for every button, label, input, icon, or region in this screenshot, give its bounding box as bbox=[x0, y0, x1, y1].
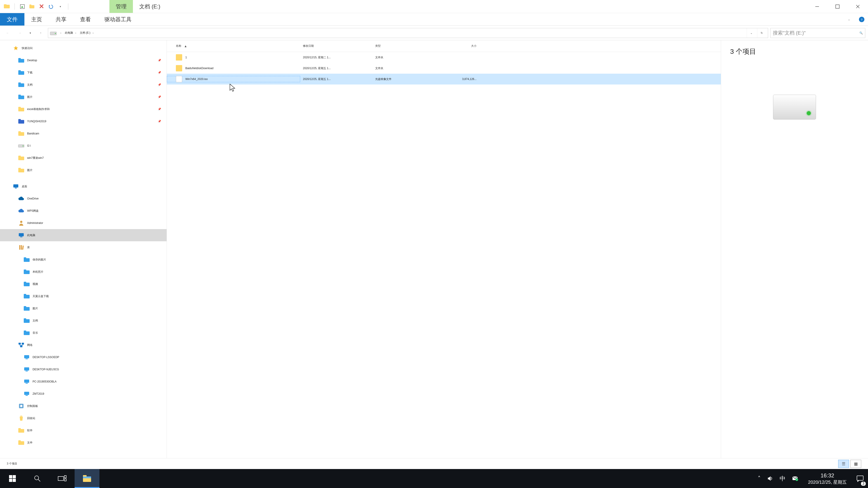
clock-date: 2020/12/25, 星期五 bbox=[808, 479, 847, 485]
taskbar-clock[interactable]: 16:32 2020/12/25, 星期五 bbox=[803, 472, 852, 485]
tree-item[interactable]: 视频 bbox=[0, 278, 166, 290]
qa-properties-icon[interactable] bbox=[19, 3, 26, 10]
file-row[interactable]: Win7x64_2020.iso2020/12/25, 星期五 1...光盘映像… bbox=[167, 74, 721, 85]
drive-icon bbox=[18, 144, 25, 148]
tree-item[interactable]: 图片 bbox=[0, 302, 166, 315]
tree-item[interactable]: 音乐 bbox=[0, 327, 166, 339]
tree-item-label: excel表格制作求和 bbox=[27, 107, 156, 111]
taskbar: ˄ 中 16:32 2020/12/25, 星期五 3 bbox=[0, 469, 868, 488]
column-headers: 名称▲ 修改日期 类型 大小 bbox=[167, 40, 721, 52]
pc-icon bbox=[23, 355, 30, 360]
tray-app-icon[interactable] bbox=[792, 475, 798, 482]
view-details-button[interactable]: ☰ bbox=[838, 460, 849, 468]
maximize-button[interactable] bbox=[827, 0, 848, 13]
tree-item[interactable]: 下载📌 bbox=[0, 66, 166, 78]
tree-item[interactable]: 软件 bbox=[0, 424, 166, 436]
svg-rect-87 bbox=[857, 476, 863, 480]
nav-recent-dropdown[interactable]: ▾ bbox=[27, 28, 33, 38]
refresh-button[interactable]: ↻ bbox=[757, 28, 766, 38]
tree-item[interactable]: OneDrive bbox=[0, 193, 166, 205]
svg-point-67 bbox=[20, 405, 22, 407]
column-type[interactable]: 类型 bbox=[373, 44, 434, 48]
sort-asc-icon: ▲ bbox=[184, 44, 187, 48]
svg-rect-76 bbox=[13, 479, 16, 482]
file-row[interactable]: BaiduNetdiskDownload2020/12/25, 星期五 1...… bbox=[167, 63, 721, 74]
tree-item[interactable]: ZMT2019 bbox=[0, 388, 166, 400]
breadcrumb[interactable]: 此电脑› bbox=[65, 31, 79, 35]
tree-item[interactable]: Desktop📌 bbox=[0, 54, 166, 66]
nav-up-button[interactable]: ↑ bbox=[36, 28, 46, 38]
address-history-dropdown[interactable]: ⌄ bbox=[747, 28, 756, 38]
close-button[interactable] bbox=[848, 0, 868, 13]
breadcrumb[interactable]: 文档 (E:)› bbox=[80, 31, 96, 35]
minimize-button[interactable] bbox=[807, 0, 827, 13]
ribbon-tab-drive-tools[interactable]: 驱动器工具 bbox=[98, 13, 138, 26]
separator bbox=[14, 3, 15, 10]
tray-overflow-icon[interactable]: ˄ bbox=[758, 475, 761, 482]
column-name[interactable]: 名称▲ bbox=[167, 44, 300, 48]
column-date[interactable]: 修改日期 bbox=[300, 44, 373, 48]
taskbar-search-button[interactable] bbox=[25, 469, 50, 488]
ribbon-tab-share[interactable]: 共享 bbox=[49, 13, 73, 26]
task-view-button[interactable] bbox=[50, 469, 74, 488]
tree-item[interactable]: 网络 bbox=[0, 339, 166, 351]
tree-item[interactable]: 本机照片 bbox=[0, 266, 166, 278]
qa-new-folder-icon[interactable] bbox=[29, 3, 35, 10]
search-input[interactable]: 搜索"文档 (E:)" 🔍 bbox=[770, 28, 865, 38]
tree-item[interactable]: Administrator bbox=[0, 217, 166, 229]
tree-item[interactable]: 文件 bbox=[0, 436, 166, 449]
tree-item[interactable]: 保存的图片 bbox=[0, 254, 166, 266]
tree-item[interactable]: 控制面板 bbox=[0, 400, 166, 412]
ribbon-context-tab[interactable]: 管理 bbox=[110, 0, 133, 13]
tree-item[interactable]: 回收站 bbox=[0, 412, 166, 424]
volume-icon[interactable] bbox=[767, 475, 773, 482]
tree-item[interactable]: Bandicam bbox=[0, 127, 166, 140]
tree-item[interactable]: 文档 bbox=[0, 315, 166, 327]
tree-item[interactable]: PC-20190530OBLA bbox=[0, 376, 166, 388]
svg-rect-22 bbox=[18, 107, 21, 108]
qa-delete-icon[interactable]: ✕ bbox=[38, 3, 44, 10]
nav-back-button[interactable]: ← bbox=[3, 28, 13, 38]
ribbon-tab-home[interactable]: 主页 bbox=[24, 13, 49, 26]
folder-icon bbox=[18, 428, 25, 433]
nav-forward-button[interactable]: → bbox=[15, 28, 25, 38]
start-button[interactable] bbox=[0, 469, 25, 488]
folder-icon bbox=[176, 65, 182, 71]
address-bar[interactable]: › 此电脑› 文档 (E:)› ⌄ ↻ bbox=[48, 28, 768, 38]
folder-icon bbox=[23, 306, 30, 311]
tree-item[interactable]: win7重装win7 bbox=[0, 152, 166, 164]
taskbar-app-file-explorer[interactable] bbox=[74, 469, 99, 488]
svg-rect-41 bbox=[24, 258, 30, 262]
svg-rect-39 bbox=[21, 245, 22, 250]
column-size[interactable]: 大小 bbox=[434, 44, 483, 48]
file-row[interactable]: 12020/12/15, 星期二 1...文件夹 bbox=[167, 52, 721, 63]
view-large-icons-button[interactable]: ▦ bbox=[850, 460, 861, 468]
ribbon-tab-file[interactable]: 文件 bbox=[0, 13, 24, 26]
tree-item[interactable]: 文档📌 bbox=[0, 78, 166, 91]
tree-item[interactable]: 图片📌 bbox=[0, 91, 166, 103]
tree-item[interactable]: DESKTOP-NJEU3CG bbox=[0, 363, 166, 376]
tree-item[interactable]: 桌面 bbox=[0, 180, 166, 193]
ime-indicator[interactable]: 中 bbox=[780, 475, 785, 483]
breadcrumb-chevron[interactable]: › bbox=[58, 31, 64, 35]
qa-undo-icon[interactable] bbox=[48, 3, 54, 10]
search-icon[interactable]: 🔍 bbox=[860, 31, 863, 35]
tree-item[interactable]: 此电脑 bbox=[0, 229, 166, 241]
tree-item[interactable]: WPS网盘 bbox=[0, 205, 166, 217]
ribbon-tab-view[interactable]: 查看 bbox=[73, 13, 98, 26]
svg-rect-62 bbox=[24, 380, 29, 383]
tree-item[interactable]: G:\ bbox=[0, 140, 166, 152]
ribbon-expand-button[interactable]: ⌄ bbox=[843, 13, 855, 26]
user-icon bbox=[18, 220, 25, 226]
tree-item[interactable]: 图片 bbox=[0, 164, 166, 176]
tree-item[interactable]: 库 bbox=[0, 241, 166, 254]
tree-item[interactable]: DESKTOP-LSSOEDP bbox=[0, 351, 166, 363]
qa-dropdown-icon[interactable]: ▾ bbox=[57, 3, 64, 10]
navigation-tree[interactable]: 快速访问Desktop📌下载📌文档📌图片📌excel表格制作求和📌YUNQISH… bbox=[0, 40, 167, 458]
tree-item[interactable]: 快速访问 bbox=[0, 42, 166, 54]
tree-item[interactable]: 天翼云盘下载 bbox=[0, 290, 166, 302]
help-button[interactable]: ? bbox=[855, 13, 868, 26]
tree-item[interactable]: excel表格制作求和📌 bbox=[0, 103, 166, 115]
action-center-button[interactable]: 3 bbox=[852, 469, 868, 488]
tree-item[interactable]: YUNQISHI2019📌 bbox=[0, 115, 166, 127]
